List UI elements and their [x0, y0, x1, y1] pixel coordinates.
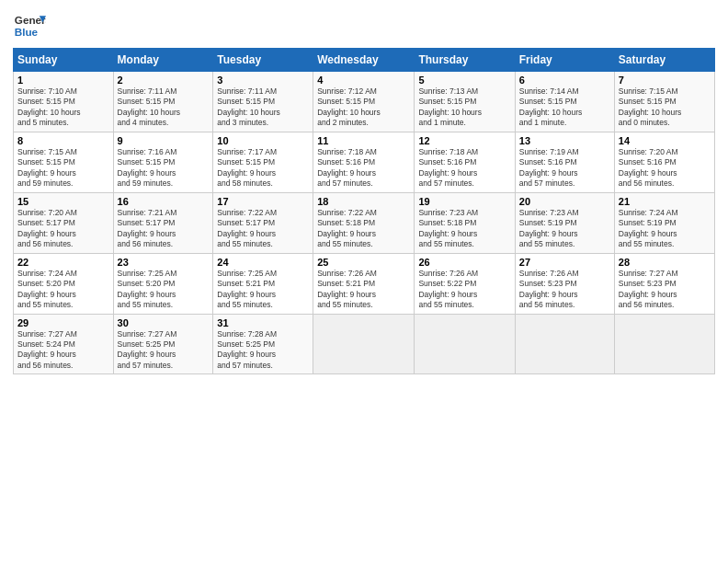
day-number: 23	[118, 257, 210, 268]
day-info: Sunrise: 7:10 AM Sunset: 5:15 PM Dayligh…	[17, 86, 109, 129]
day-info: Sunrise: 7:23 AM Sunset: 5:18 PM Dayligh…	[418, 208, 510, 250]
calendar-cell: 22Sunrise: 7:24 AM Sunset: 5:20 PM Dayli…	[14, 253, 114, 314]
day-header-thursday: Thursday	[415, 49, 515, 72]
calendar-cell	[313, 314, 415, 374]
day-info: Sunrise: 7:26 AM Sunset: 5:21 PM Dayligh…	[317, 269, 410, 311]
calendar-cell: 1Sunrise: 7:10 AM Sunset: 5:15 PM Daylig…	[14, 72, 114, 132]
day-info: Sunrise: 7:12 AM Sunset: 5:15 PM Dayligh…	[317, 86, 410, 129]
day-info: Sunrise: 7:11 AM Sunset: 5:15 PM Dayligh…	[118, 86, 210, 129]
calendar-cell: 30Sunrise: 7:27 AM Sunset: 5:25 PM Dayli…	[113, 314, 213, 374]
day-number: 22	[17, 257, 109, 268]
day-number: 29	[17, 317, 109, 328]
day-number: 4	[317, 75, 410, 86]
calendar-cell: 6Sunrise: 7:14 AM Sunset: 5:15 PM Daylig…	[515, 72, 614, 132]
day-info: Sunrise: 7:14 AM Sunset: 5:15 PM Dayligh…	[519, 86, 610, 129]
calendar-week-row: 15Sunrise: 7:20 AM Sunset: 5:17 PM Dayli…	[14, 192, 715, 253]
day-info: Sunrise: 7:21 AM Sunset: 5:17 PM Dayligh…	[118, 208, 210, 250]
day-number: 21	[619, 196, 711, 207]
day-info: Sunrise: 7:18 AM Sunset: 5:16 PM Dayligh…	[317, 147, 410, 190]
day-number: 24	[217, 257, 309, 268]
day-number: 3	[217, 75, 309, 86]
day-info: Sunrise: 7:26 AM Sunset: 5:23 PM Dayligh…	[519, 269, 610, 311]
day-info: Sunrise: 7:27 AM Sunset: 5:25 PM Dayligh…	[118, 329, 210, 372]
day-number: 7	[619, 75, 711, 86]
day-number: 6	[519, 75, 610, 86]
calendar-cell	[614, 314, 714, 374]
calendar-cell: 14Sunrise: 7:20 AM Sunset: 5:16 PM Dayli…	[614, 132, 714, 192]
page-container: General Blue SundayMondayTuesdayWednesda…	[0, 0, 728, 380]
calendar-cell: 8Sunrise: 7:15 AM Sunset: 5:15 PM Daylig…	[14, 132, 114, 192]
day-info: Sunrise: 7:20 AM Sunset: 5:16 PM Dayligh…	[619, 147, 711, 190]
day-info: Sunrise: 7:22 AM Sunset: 5:17 PM Dayligh…	[217, 208, 309, 250]
day-info: Sunrise: 7:13 AM Sunset: 5:15 PM Dayligh…	[418, 86, 510, 129]
calendar-cell: 26Sunrise: 7:26 AM Sunset: 5:22 PM Dayli…	[415, 253, 515, 314]
calendar-body: 1Sunrise: 7:10 AM Sunset: 5:15 PM Daylig…	[14, 72, 715, 374]
calendar-cell: 5Sunrise: 7:13 AM Sunset: 5:15 PM Daylig…	[415, 72, 515, 132]
day-number: 9	[118, 135, 210, 146]
day-number: 8	[17, 135, 109, 146]
calendar-week-row: 1Sunrise: 7:10 AM Sunset: 5:15 PM Daylig…	[14, 72, 715, 132]
day-number: 19	[418, 196, 510, 207]
calendar-cell	[515, 314, 614, 374]
day-info: Sunrise: 7:27 AM Sunset: 5:23 PM Dayligh…	[619, 269, 711, 311]
day-info: Sunrise: 7:27 AM Sunset: 5:24 PM Dayligh…	[17, 329, 109, 372]
calendar-cell: 3Sunrise: 7:11 AM Sunset: 5:15 PM Daylig…	[213, 72, 313, 132]
day-header-sunday: Sunday	[14, 49, 114, 72]
day-number: 13	[519, 135, 610, 146]
calendar-cell: 24Sunrise: 7:25 AM Sunset: 5:21 PM Dayli…	[213, 253, 313, 314]
calendar-cell: 17Sunrise: 7:22 AM Sunset: 5:17 PM Dayli…	[213, 192, 313, 253]
day-number: 28	[619, 257, 711, 268]
day-number: 12	[418, 135, 510, 146]
day-number: 27	[519, 257, 610, 268]
calendar-cell: 29Sunrise: 7:27 AM Sunset: 5:24 PM Dayli…	[14, 314, 114, 374]
day-number: 16	[118, 196, 210, 207]
day-number: 1	[17, 75, 109, 86]
calendar-week-row: 22Sunrise: 7:24 AM Sunset: 5:20 PM Dayli…	[14, 253, 715, 314]
day-info: Sunrise: 7:24 AM Sunset: 5:20 PM Dayligh…	[17, 269, 109, 311]
calendar-cell: 11Sunrise: 7:18 AM Sunset: 5:16 PM Dayli…	[313, 132, 415, 192]
day-number: 17	[217, 196, 309, 207]
day-number: 14	[619, 135, 711, 146]
day-info: Sunrise: 7:18 AM Sunset: 5:16 PM Dayligh…	[418, 147, 510, 190]
day-info: Sunrise: 7:22 AM Sunset: 5:18 PM Dayligh…	[317, 208, 410, 250]
svg-text:General: General	[15, 14, 46, 26]
day-info: Sunrise: 7:19 AM Sunset: 5:16 PM Dayligh…	[519, 147, 610, 190]
calendar-header-row: SundayMondayTuesdayWednesdayThursdayFrid…	[14, 49, 715, 72]
calendar-cell: 20Sunrise: 7:23 AM Sunset: 5:19 PM Dayli…	[515, 192, 614, 253]
day-info: Sunrise: 7:24 AM Sunset: 5:19 PM Dayligh…	[619, 208, 711, 250]
header: General Blue	[13, 9, 715, 42]
day-number: 18	[317, 196, 410, 207]
calendar-cell: 7Sunrise: 7:15 AM Sunset: 5:15 PM Daylig…	[614, 72, 714, 132]
calendar-cell: 21Sunrise: 7:24 AM Sunset: 5:19 PM Dayli…	[614, 192, 714, 253]
day-number: 20	[519, 196, 610, 207]
calendar-cell: 28Sunrise: 7:27 AM Sunset: 5:23 PM Dayli…	[614, 253, 714, 314]
day-info: Sunrise: 7:17 AM Sunset: 5:15 PM Dayligh…	[217, 147, 309, 190]
day-info: Sunrise: 7:25 AM Sunset: 5:20 PM Dayligh…	[118, 269, 210, 311]
day-number: 10	[217, 135, 309, 146]
calendar-cell: 4Sunrise: 7:12 AM Sunset: 5:15 PM Daylig…	[313, 72, 415, 132]
svg-text:Blue: Blue	[15, 26, 39, 38]
day-info: Sunrise: 7:28 AM Sunset: 5:25 PM Dayligh…	[217, 329, 309, 372]
day-header-friday: Friday	[515, 49, 614, 72]
day-info: Sunrise: 7:25 AM Sunset: 5:21 PM Dayligh…	[217, 269, 309, 311]
day-number: 25	[317, 257, 410, 268]
day-number: 2	[118, 75, 210, 86]
logo-icon: General Blue	[13, 9, 46, 42]
calendar-cell: 23Sunrise: 7:25 AM Sunset: 5:20 PM Dayli…	[113, 253, 213, 314]
day-header-monday: Monday	[113, 49, 213, 72]
day-info: Sunrise: 7:16 AM Sunset: 5:15 PM Dayligh…	[118, 147, 210, 190]
day-info: Sunrise: 7:15 AM Sunset: 5:15 PM Dayligh…	[619, 86, 711, 129]
day-number: 30	[118, 317, 210, 328]
day-number: 31	[217, 317, 309, 328]
calendar-cell: 19Sunrise: 7:23 AM Sunset: 5:18 PM Dayli…	[415, 192, 515, 253]
calendar-cell: 31Sunrise: 7:28 AM Sunset: 5:25 PM Dayli…	[213, 314, 313, 374]
calendar-week-row: 29Sunrise: 7:27 AM Sunset: 5:24 PM Dayli…	[14, 314, 715, 374]
day-info: Sunrise: 7:23 AM Sunset: 5:19 PM Dayligh…	[519, 208, 610, 250]
calendar-cell	[415, 314, 515, 374]
calendar-cell: 13Sunrise: 7:19 AM Sunset: 5:16 PM Dayli…	[515, 132, 614, 192]
calendar-table: SundayMondayTuesdayWednesdayThursdayFrid…	[13, 48, 715, 374]
day-number: 26	[418, 257, 510, 268]
calendar-cell: 12Sunrise: 7:18 AM Sunset: 5:16 PM Dayli…	[415, 132, 515, 192]
day-info: Sunrise: 7:26 AM Sunset: 5:22 PM Dayligh…	[418, 269, 510, 311]
logo: General Blue	[13, 9, 46, 42]
